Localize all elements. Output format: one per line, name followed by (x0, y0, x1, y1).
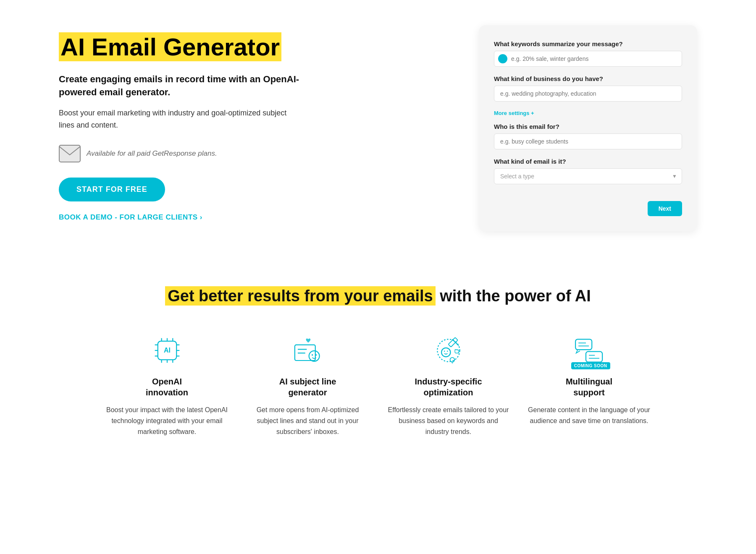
keyword-dot (498, 54, 507, 63)
feature-openai: AI OpenAIinnovation Boost you (105, 332, 229, 437)
business-label: What kind of business do you have? (494, 75, 682, 82)
feature-industry: Industry-specificoptimization Effortless… (386, 332, 510, 437)
svg-point-24 (441, 348, 450, 357)
more-settings-link[interactable]: More settings + (494, 110, 682, 116)
available-badge: Available for all paid GetResponse plans… (59, 145, 302, 162)
svg-rect-0 (59, 145, 80, 162)
audience-field: Who is this email for? (494, 123, 682, 149)
multilingual-title: Multilingualsupport (566, 376, 612, 398)
available-text: Available for all paid GetResponse plans… (87, 149, 217, 158)
hero-description: Boost your email marketing with industry… (59, 107, 302, 131)
subject-icon (287, 332, 329, 369)
email-type-select[interactable]: Select a type (494, 168, 682, 184)
industry-desc: Effortlessly create emails tailored to y… (386, 405, 510, 437)
hero-left: AI Email Generator Create engaging email… (59, 25, 302, 222)
svg-point-20 (315, 354, 317, 356)
keywords-input[interactable] (494, 51, 682, 67)
feature-multilingual: COMING SOON Multilingualsupport Generate… (527, 332, 651, 437)
results-title: Get better results from your emails with… (59, 286, 697, 306)
keywords-input-wrapper (494, 51, 682, 67)
email-icon (59, 145, 81, 162)
feature-subject: AI subject linegenerator Get more opens … (246, 332, 370, 437)
results-title-rest: with the power of AI (440, 287, 591, 305)
svg-point-25 (444, 351, 445, 352)
hero-subtitle: Create engaging emails in record time wi… (59, 73, 302, 99)
svg-point-18 (309, 351, 319, 361)
multilingual-desc: Generate content in the language of your… (527, 405, 651, 426)
svg-point-19 (311, 354, 313, 356)
industry-title: Industry-specificoptimization (415, 376, 482, 398)
features-grid: AI OpenAIinnovation Boost you (105, 332, 651, 437)
results-section: Get better results from your emails with… (0, 256, 756, 470)
results-title-highlight: Get better results from your emails (165, 286, 435, 306)
next-button[interactable]: Next (648, 201, 682, 216)
openai-desc: Boost your impact with the latest OpenAI… (105, 405, 229, 437)
select-wrapper: Select a type ▼ (494, 168, 682, 184)
svg-point-27 (450, 358, 454, 362)
subject-title: AI subject linegenerator (279, 376, 336, 398)
industry-icon (428, 332, 470, 369)
form-card: What keywords summarize your message? Wh… (479, 25, 697, 231)
audience-label: Who is this email for? (494, 123, 682, 130)
svg-point-21 (437, 340, 459, 362)
svg-rect-33 (586, 352, 602, 362)
hero-right: What keywords summarize your message? Wh… (479, 25, 697, 231)
business-field: What kind of business do you have? (494, 75, 682, 102)
keywords-field: What keywords summarize your message? (494, 40, 682, 67)
openai-title: OpenAIinnovation (146, 376, 188, 398)
svg-rect-30 (575, 340, 592, 350)
openai-icon: AI (146, 332, 188, 369)
book-demo-link[interactable]: BOOK A DEMO - FOR LARGE CLIENTS › (59, 213, 302, 222)
business-input[interactable] (494, 86, 682, 102)
start-for-free-button[interactable]: START FOR FREE (59, 178, 165, 201)
svg-point-26 (447, 351, 448, 352)
audience-input[interactable] (494, 133, 682, 149)
email-type-label: What kind of email is it? (494, 158, 682, 165)
hero-title-highlight: AI Email Generator (59, 32, 281, 61)
svg-text:AI: AI (164, 347, 171, 354)
multilingual-icon: COMING SOON (568, 332, 610, 369)
keywords-label: What keywords summarize your message? (494, 40, 682, 47)
subject-desc: Get more opens from AI-optimized subject… (246, 405, 370, 437)
hero-section: AI Email Generator Create engaging email… (0, 0, 756, 256)
coming-soon-badge: COMING SOON (571, 362, 610, 369)
hero-title: AI Email Generator (59, 34, 302, 60)
email-type-field: What kind of email is it? Select a type … (494, 158, 682, 184)
